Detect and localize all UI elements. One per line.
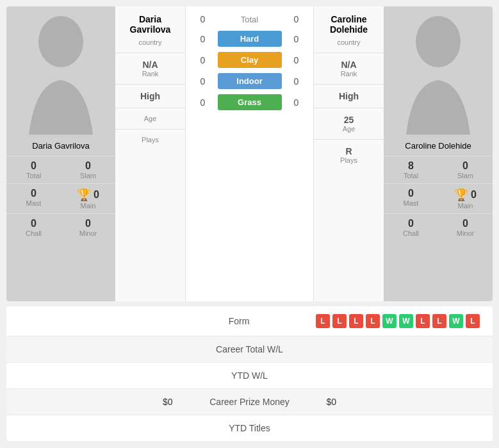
player1-stats-grid: 0 Total 0 Slam 0 Mast 🏆 0 Main bbox=[6, 156, 115, 241]
player1-photo: Daria Gavrilova 0 Total 0 Slam 0 Mast 🏆 bbox=[6, 6, 115, 301]
player2-slam-value: 0 bbox=[441, 160, 490, 172]
comparison-card: Daria Gavrilova 0 Total 0 Slam 0 Mast 🏆 bbox=[6, 6, 493, 301]
form-badge-l: L bbox=[349, 314, 363, 328]
ytd-wl-row: YTD W/L bbox=[6, 363, 493, 389]
player2-mast-cell: 0 Mast bbox=[384, 183, 438, 213]
svg-point-0 bbox=[38, 16, 83, 67]
player1-main-value: 0 bbox=[94, 189, 99, 201]
grass-right: 0 bbox=[287, 97, 306, 108]
career-prize-label: Career Prize Money bbox=[186, 397, 314, 407]
total-right: 0 bbox=[287, 14, 306, 24]
player2-chall-cell: 0 Chall bbox=[384, 213, 438, 241]
form-badges-container: LLLLWWLLWL bbox=[303, 314, 480, 328]
career-wl-label: Career Total W/L bbox=[186, 344, 314, 354]
player1-slam-label: Slam bbox=[63, 172, 113, 179]
player2-main-cell: 🏆 0 Main bbox=[438, 183, 493, 213]
player1-mast-label: Mast bbox=[9, 199, 58, 207]
player2-main-value: 0 bbox=[471, 189, 477, 201]
total-row: 0 Total 0 bbox=[186, 13, 313, 26]
player1-age-block: Age bbox=[115, 108, 185, 129]
form-badge-l: L bbox=[466, 314, 480, 328]
player1-minor-label: Minor bbox=[63, 229, 113, 237]
indoor-button[interactable]: Indoor bbox=[218, 73, 282, 89]
grass-button[interactable]: Grass bbox=[218, 94, 282, 110]
player2-total-label: Total bbox=[386, 172, 436, 179]
player1-rank-label: Rank bbox=[118, 70, 183, 78]
form-badge-l: L bbox=[366, 314, 380, 328]
hard-row: 0 Hard 0 bbox=[186, 28, 313, 49]
player2-plays-block: R Plays bbox=[314, 139, 384, 170]
form-badge-l: L bbox=[316, 314, 330, 328]
player1-plays-label: Plays bbox=[118, 136, 183, 144]
player1-minor-value: 0 bbox=[63, 218, 113, 229]
player1-country: country bbox=[137, 37, 163, 47]
player2-rank-value: N/A bbox=[316, 60, 381, 70]
player2-minor-cell: 0 Minor bbox=[438, 213, 493, 241]
hard-button[interactable]: Hard bbox=[218, 31, 282, 47]
player2-photo: Caroline Dolehide 8 Total 0 Slam 0 Mast … bbox=[384, 6, 493, 301]
player2-mast-label: Mast bbox=[386, 199, 436, 207]
player1-mast-cell: 0 Mast bbox=[6, 183, 61, 213]
player2-main-label: Main bbox=[441, 202, 490, 210]
form-badge-l: L bbox=[332, 314, 347, 328]
player1-info-panel: Daria Gavrilova country N/A Rank High Ag… bbox=[115, 6, 186, 301]
player1-chall-label: Chall bbox=[9, 229, 58, 237]
player1-total-label: Total bbox=[9, 172, 58, 179]
form-badge-l: L bbox=[432, 314, 446, 328]
player2-age-block: 25 Age bbox=[314, 108, 384, 139]
grass-row: 0 Grass 0 bbox=[186, 92, 313, 113]
player1-slam-cell: 0 Slam bbox=[61, 156, 115, 183]
player2-total-cell: 8 Total bbox=[384, 156, 438, 183]
player2-high-block: High bbox=[314, 84, 384, 108]
player1-main-cell: 🏆 0 Main bbox=[61, 183, 115, 213]
player2-total-value: 8 bbox=[386, 160, 436, 172]
center-panel: 0 Total 0 0 Hard 0 0 Clay 0 0 Indoor 0 0 bbox=[186, 6, 313, 301]
grass-left: 0 bbox=[193, 97, 213, 108]
player2-plays-value: R bbox=[316, 146, 381, 156]
player2-country: country bbox=[336, 37, 361, 47]
player2-plays-sub: Plays bbox=[316, 156, 381, 164]
ytd-titles-label: YTD Titles bbox=[186, 423, 314, 433]
player1-chall-value: 0 bbox=[9, 218, 58, 229]
career-prize-row: $0 Career Prize Money $0 bbox=[6, 389, 493, 415]
form-badge-w: W bbox=[399, 314, 413, 328]
main-container: Daria Gavrilova 0 Total 0 Slam 0 Mast 🏆 bbox=[0, 0, 499, 447]
clay-button[interactable]: Clay bbox=[218, 52, 282, 68]
player1-name-below: Daria Gavrilova bbox=[29, 141, 93, 151]
player2-name: Caroline Dolehide bbox=[325, 6, 373, 37]
player1-chall-cell: 0 Chall bbox=[6, 213, 61, 241]
player2-rank-label: Rank bbox=[316, 70, 381, 78]
career-prize-left: $0 bbox=[19, 397, 186, 407]
player2-info-panel: Caroline Dolehide country N/A Rank High … bbox=[313, 6, 384, 301]
player1-main-label: Main bbox=[63, 202, 113, 210]
player2-age-value: 25 bbox=[316, 115, 381, 125]
player1-trophy-icon: 🏆 bbox=[77, 188, 91, 202]
indoor-row: 0 Indoor 0 bbox=[186, 71, 313, 92]
form-badge-w: W bbox=[449, 314, 463, 328]
svg-point-1 bbox=[416, 16, 461, 67]
form-badge-l: L bbox=[416, 314, 430, 328]
player2-minor-value: 0 bbox=[441, 218, 490, 229]
player2-rank-block: N/A Rank bbox=[314, 53, 384, 84]
player1-minor-cell: 0 Minor bbox=[61, 213, 115, 241]
player1-rank-value: N/A bbox=[118, 60, 183, 70]
player2-silhouette bbox=[393, 13, 483, 135]
form-row: Form LLLLWWLLWL bbox=[6, 306, 493, 336]
player2-high-value: High bbox=[316, 91, 381, 101]
player2-minor-label: Minor bbox=[441, 229, 490, 237]
indoor-right: 0 bbox=[287, 76, 306, 87]
clay-row: 0 Clay 0 bbox=[186, 49, 313, 71]
form-label: Form bbox=[175, 316, 303, 326]
clay-right: 0 bbox=[287, 55, 306, 65]
ytd-wl-label: YTD W/L bbox=[186, 370, 314, 381]
player1-high-block: High bbox=[115, 84, 185, 108]
stats-section: Form LLLLWWLLWL Career Total W/L YTD W/L… bbox=[6, 306, 493, 441]
player1-total-cell: 0 Total bbox=[6, 156, 61, 183]
player2-trophy-icon: 🏆 bbox=[454, 188, 468, 202]
player1-silhouette bbox=[16, 13, 106, 135]
form-badges: LLLLWWLLWL bbox=[316, 314, 480, 328]
hard-left: 0 bbox=[193, 34, 213, 44]
player2-stats-grid: 8 Total 0 Slam 0 Mast 🏆 0 Main bbox=[384, 156, 493, 241]
hard-right: 0 bbox=[287, 34, 306, 44]
ytd-titles-row: YTD Titles bbox=[6, 415, 493, 441]
